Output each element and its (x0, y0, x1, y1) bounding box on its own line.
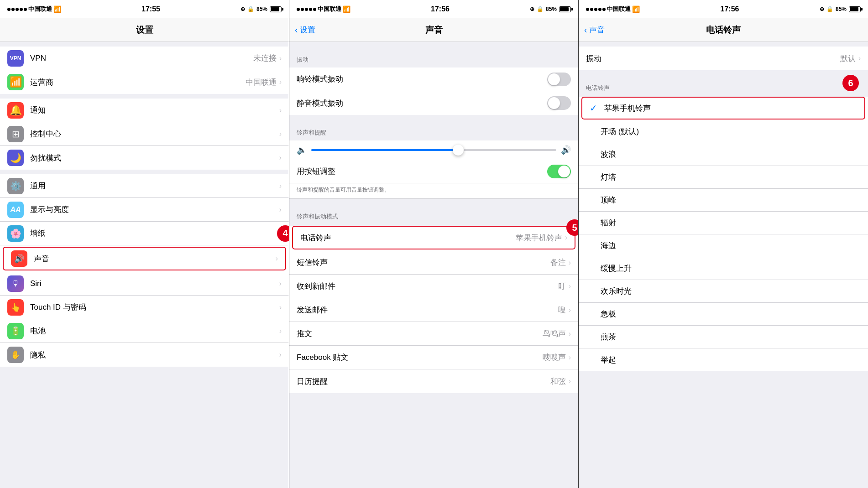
ringtone-item-lighthouse[interactable]: ✓ 灯塔 (579, 166, 868, 189)
phone-ringtone-value: 苹果手机铃声 (516, 233, 562, 243)
back-chevron-3: ‹ (584, 25, 587, 35)
wave-check: ✓ (586, 149, 597, 160)
touchid-icon: 👆 (7, 299, 24, 316)
battery-label: 电池 (30, 326, 279, 336)
list-group-notifications: 🔔 通知 › ⊞ 控制中心 › 🌙 勿扰模式 › (0, 99, 289, 170)
use-button-item[interactable]: 用按钮调整 (289, 160, 578, 183)
ringtone-item-wave[interactable]: ✓ 波浪 (579, 143, 868, 166)
vibration-row[interactable]: 振动 默认 › (579, 47, 868, 70)
ringtone-item-opening[interactable]: ✓ 开场 (默认) (579, 120, 868, 143)
uplift-check: ✓ (586, 354, 597, 365)
display-label: 显示与亮度 (30, 204, 279, 215)
ringtone-section-header-container: 电话铃声 6 (579, 75, 868, 96)
status-bar-1: 中国联通 📶 17:55 ⊕ 🔒 85% (0, 0, 289, 18)
battery-box-3 (849, 6, 861, 12)
ringtone-item-happy-hour[interactable]: ✓ 欢乐时光 (579, 280, 868, 303)
status-left-2: 中国联通 📶 (297, 5, 350, 13)
siri-icon: 🎙 (7, 275, 24, 292)
list-item-siri[interactable]: 🎙 Siri › (0, 272, 289, 296)
carrier-icon: 📶 (7, 74, 24, 90)
list-item-calendar[interactable]: 日历提醒 和弦 › (289, 369, 578, 393)
privacy-chevron: › (279, 351, 282, 359)
wallpaper-label: 墙纸 (30, 228, 279, 239)
ringtone-item-seaside[interactable]: ✓ 海边 (579, 234, 868, 257)
summit-label: 顶峰 (601, 195, 861, 205)
panel-ringtones: 中国联通 📶 17:56 ⊕ 🔒 85% ‹ 声音 电话铃声 振动 默认 › (579, 0, 868, 488)
sounds-content[interactable]: 振动 响铃模式振动 静音模式振动 铃声和提醒 🔈 (289, 42, 578, 488)
list-item-privacy[interactable]: ✋ 隐私 › (0, 343, 289, 367)
seaside-check: ✓ (586, 240, 597, 251)
ringtone-item-sencha[interactable]: ✓ 煎茶 (579, 326, 868, 348)
list-item-display[interactable]: AA 显示与亮度 › (0, 198, 289, 222)
volume-slider-track[interactable] (311, 149, 556, 151)
battery-label-2: 85% (546, 6, 557, 12)
tweet-chevron: › (569, 330, 571, 338)
dnd-label: 勿扰模式 (30, 153, 279, 163)
ringtone-item-uplift[interactable]: ✓ 举起 (579, 348, 868, 371)
ring-vibration-thumb (548, 73, 560, 85)
carrier-label-3: 中国联通 (607, 5, 631, 13)
list-item-control[interactable]: ⊞ 控制中心 › (0, 122, 289, 146)
list-item-battery[interactable]: 🔋 电池 › (0, 319, 289, 343)
panel-sounds: 中国联通 📶 17:56 ⊕ 🔒 85% ‹ 设置 声音 振动 响铃模式振动 (289, 0, 579, 488)
ringtone-item-slow-rise[interactable]: ✓ 缓慢上升 (579, 257, 868, 280)
settings-content[interactable]: VPN VPN 未连接 › 📶 运营商 中国联通 › 🔔 通知 › ⊞ (0, 42, 289, 488)
silent-vibration-toggle[interactable] (547, 96, 571, 110)
silent-vibration-thumb (548, 97, 560, 109)
ringtone-item-presto[interactable]: ✓ 急板 (579, 303, 868, 326)
status-left-3: 中国联通 📶 (586, 5, 640, 13)
carrier-label-1: 中国联通 (28, 5, 52, 13)
ringtones-content[interactable]: 振动 默认 › 电话铃声 6 ✓ 苹果手机铃声 ✓ 开场 (默认) (579, 42, 868, 488)
list-item-carrier[interactable]: 📶 运营商 中国联通 › (0, 70, 289, 94)
list-item-fb[interactable]: Facebook 贴文 嗖嗖声 › (289, 346, 578, 369)
list-item-general[interactable]: ⚙️ 通用 › (0, 174, 289, 198)
nav-bar-1: 设置 (0, 18, 289, 42)
nav-back-2[interactable]: ‹ 设置 (295, 25, 315, 35)
list-item-tweet[interactable]: 推文 鸟鸣声 › (289, 322, 578, 346)
control-label: 控制中心 (30, 129, 279, 139)
time-label-3: 17:56 (721, 5, 739, 13)
fb-chevron: › (569, 353, 571, 362)
ringtone-vol-header: 铃声和提醒 (289, 119, 578, 140)
general-chevron: › (279, 182, 282, 190)
list-item-touchid[interactable]: 👆 Touch ID 与密码 › (0, 296, 289, 319)
status-left-1: 中国联通 📶 (7, 5, 61, 13)
list-item-send-email[interactable]: 发送邮件 嗖 › (289, 298, 578, 322)
ring-vibration-toggle[interactable] (547, 73, 571, 86)
list-item-notification[interactable]: 🔔 通知 › (0, 99, 289, 122)
list-item-vpn[interactable]: VPN VPN 未连接 › (0, 47, 289, 70)
sencha-label: 煎茶 (601, 332, 861, 342)
ringtone-item-radiation[interactable]: ✓ 辐射 (579, 212, 868, 234)
silent-vibration-item[interactable]: 静音模式振动 (289, 91, 578, 115)
list-item-sounds[interactable]: 🔊 声音 › (3, 247, 286, 270)
use-button-toggle[interactable] (547, 165, 571, 178)
wifi-icon-1: 📶 (53, 5, 61, 13)
status-bar-3: 中国联通 📶 17:56 ⊕ 🔒 85% (579, 0, 868, 18)
list-item-sms-ringtone[interactable]: 短信铃声 备注 › (289, 251, 578, 275)
sounds-label: 声音 (34, 254, 276, 264)
nav-back-3[interactable]: ‹ 声音 (584, 25, 605, 35)
volume-slider-fill (311, 149, 458, 151)
list-item-wallpaper[interactable]: 🌸 墙纸 › 4 (0, 222, 289, 245)
vibration-row-value: 默认 (840, 53, 856, 64)
ringtones-section-header: 铃声和振动模式 (289, 203, 578, 224)
list-item-phone-ringtone[interactable]: 电话铃声 苹果手机铃声 › (292, 226, 575, 249)
fb-label: Facebook 贴文 (297, 352, 543, 363)
ringtone-item-apple[interactable]: ✓ 苹果手机铃声 (581, 97, 865, 119)
lock-icon-2: 🔒 (537, 6, 544, 12)
sms-ringtone-value: 备注 (550, 257, 566, 268)
general-label: 通用 (30, 181, 279, 191)
volume-slider-thumb[interactable] (453, 145, 464, 156)
ringtone-item-summit[interactable]: ✓ 顶峰 (579, 189, 868, 212)
list-item-dnd[interactable]: 🌙 勿扰模式 › (0, 146, 289, 170)
slow-rise-label: 缓慢上升 (601, 263, 861, 274)
list-item-new-email[interactable]: 收到新邮件 叮 › (289, 275, 578, 298)
lighthouse-check: ✓ (586, 172, 597, 183)
ring-vibration-item[interactable]: 响铃模式振动 (289, 67, 578, 91)
carrier-label-2: 中国联通 (318, 5, 341, 13)
wifi-icon-2: 📶 (343, 5, 350, 13)
calendar-value: 和弦 (550, 376, 566, 387)
sms-ringtone-chevron: › (569, 259, 571, 267)
carrier-chevron: › (279, 78, 282, 86)
volume-slider-container[interactable]: 🔈 🔊 (289, 140, 578, 160)
